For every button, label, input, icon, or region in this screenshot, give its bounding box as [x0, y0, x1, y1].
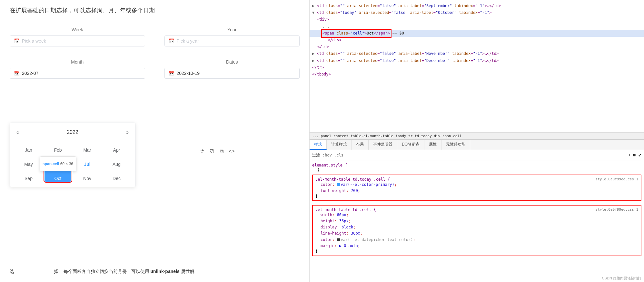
calendar-months: JanFebMarAprMayJunJulAugSepOctspan.cell …	[15, 142, 130, 182]
today-color-prop: color: var(--el-color-primary);	[315, 182, 638, 188]
month-cell-oct[interactable]: Octspan.cell 60 × 36	[45, 170, 71, 182]
month-cell-feb[interactable]: Feb	[45, 142, 71, 153]
element-style-rule: element.style {}	[312, 163, 641, 172]
dates-input[interactable]: 📅 2022-10-19	[164, 68, 300, 79]
week-label: Week	[10, 27, 145, 32]
month-input[interactable]: 📅 2022-07	[10, 68, 145, 79]
styles-panel: 过滤 :hov .cls + + ⊞ ⤢ element.style {} .e…	[310, 150, 644, 282]
share-icon[interactable]: ⛋	[210, 148, 215, 155]
oct-tooltip: span.cell 60 × 36	[40, 156, 76, 171]
devtools-tabs: 样式计算样式布局事件监听器DOM 断点属性无障碍功能	[310, 140, 644, 150]
month-label: Month	[10, 59, 145, 65]
calendar-icon-year: 📅	[169, 38, 174, 44]
page-title: 在扩展基础的日期选择，可以选择周、月、年或多个日期	[10, 6, 300, 14]
breadcrumb-text: ... panel_content table.el-month-table t…	[312, 134, 462, 138]
html-line[interactable]: </td>	[310, 44, 644, 50]
left-panel: 在扩展基础的日期选择，可以选择周、月、年或多个日期 Week 📅 Pick a …	[0, 0, 310, 282]
color-swatch-primary	[337, 183, 340, 186]
devtools-breadcrumb: ... panel_content table.el-month-table t…	[310, 133, 644, 140]
year-picker-col: Year 📅 Pick a year	[164, 27, 300, 46]
toggle-device-icon[interactable]: ⊞	[633, 153, 636, 157]
month-cell-jul[interactable]: Jul	[74, 156, 101, 167]
html-line[interactable]: ...	[310, 23, 644, 30]
html-line[interactable]: <div>	[310, 16, 644, 23]
month-cell-nov[interactable]: Nov	[74, 170, 101, 182]
dates-value: 2022-10-19	[177, 71, 200, 76]
devtools-tab-DOM 断点[interactable]: DOM 断点	[397, 140, 424, 150]
td-source: style.0e0f99ed.css:1	[596, 207, 638, 212]
right-panel: ▶ <td class="" aria-selected="false" ari…	[310, 0, 644, 282]
tooltip-label: span.cell	[43, 162, 59, 166]
today-cell-rule: .el-month-table td.today .cell { style.0…	[312, 175, 641, 201]
html-line[interactable]: ▶ <td class="" aria-selected="false" ari…	[310, 50, 644, 57]
month-cell-mar[interactable]: Mar	[74, 142, 101, 153]
filter-pseudo: :hov .cls +	[322, 153, 629, 157]
month-cell-jan[interactable]: Jan	[15, 142, 42, 153]
next-nav[interactable]: »	[124, 128, 130, 136]
html-line[interactable]: <span class="cell">Oct</span> == $0	[310, 30, 644, 37]
dates-label: Dates	[164, 59, 300, 65]
td-height-prop: height: 36px;	[315, 218, 638, 224]
devtools-tab-样式[interactable]: 样式	[310, 140, 327, 150]
html-line[interactable]: ▶ <td class="" aria-selected="false" ari…	[310, 57, 644, 64]
styles-rules: element.style {} .el-month-table td.toda…	[312, 163, 641, 257]
month-picker-col: Month 📅 2022-07	[10, 59, 145, 79]
today-fontweight-prop: font-weight: 700;	[315, 188, 638, 194]
td-display-prop: display: block;	[315, 224, 638, 230]
devtools-html[interactable]: ▶ <td class="" aria-selected="false" ari…	[310, 0, 644, 133]
year-input[interactable]: 📅 Pick a year	[164, 35, 300, 46]
calendar-popup: « 2022 » JanFebMarAprMayJunJulAugSepOcts…	[10, 123, 135, 187]
year-label: Year	[164, 27, 300, 32]
new-rule-icon[interactable]: +	[629, 153, 631, 157]
expand-icon[interactable]: ⤢	[638, 153, 641, 157]
dates-picker-col: Dates 📅 2022-10-19	[164, 59, 300, 79]
calendar-year: 2022	[67, 129, 78, 135]
calendar-icon-month: 📅	[14, 71, 19, 76]
td-lineheight-prop: line-height: 36px;	[315, 230, 638, 237]
td-width-prop: width: 60px;	[315, 212, 638, 218]
devtools-tab-属性[interactable]: 属性	[424, 140, 441, 150]
week-picker-col: Week 📅 Pick a week	[10, 27, 145, 46]
picker-grid: Week 📅 Pick a week Year 📅 Pick a year Mo…	[10, 27, 300, 79]
bottom-text: 选 —— 择 每个面板各自独立切换当前月份，可以使用 unlink-panels…	[10, 267, 300, 276]
html-line[interactable]: ▶ <td class="" aria-selected="false" ari…	[310, 3, 644, 9]
calendar-header: « 2022 »	[15, 128, 130, 136]
week-placeholder: Pick a week	[22, 38, 46, 44]
today-closing: }	[315, 194, 638, 198]
filter-label: 过滤	[312, 153, 320, 158]
html-line[interactable]: </div>	[310, 37, 644, 44]
html-line[interactable]: </tbody>	[310, 71, 644, 78]
devtools-tab-布局[interactable]: 布局	[352, 140, 369, 150]
today-selector: .el-month-table td.today .cell { style.0…	[315, 177, 638, 182]
week-input[interactable]: 📅 Pick a week	[10, 35, 145, 46]
td-margin-prop: margin: ▶ 0 auto;	[315, 243, 638, 249]
month-cell-aug[interactable]: Aug	[103, 156, 130, 167]
color-swatch-dark	[337, 238, 340, 241]
element-style-closing: }	[312, 167, 641, 172]
devtools-tab-事件监听器[interactable]: 事件监听器	[369, 140, 397, 150]
year-placeholder: Pick a year	[177, 38, 199, 44]
html-line[interactable]: ▼ <td class="today" aria-selected="false…	[310, 9, 644, 16]
element-style-selector: element.style {	[312, 163, 641, 167]
month-cell-apr[interactable]: Apr	[103, 142, 130, 153]
today-source: style.0e0f99ed.css:1	[596, 177, 638, 181]
prev-nav[interactable]: «	[15, 128, 21, 136]
devtools-tab-无障碍功能[interactable]: 无障碍功能	[441, 140, 470, 150]
td-color-prop: color: var(--el-datepicker-text-color);	[315, 237, 638, 243]
copy-icon[interactable]: ⧉	[220, 148, 223, 155]
td-cell-rule: .el-month-table td .cell { style.0e0f99e…	[312, 205, 641, 256]
month-cell-dec[interactable]: Dec	[103, 170, 130, 182]
td-selector: .el-month-table td .cell { style.0e0f99e…	[315, 207, 638, 212]
html-line[interactable]: </tr>	[310, 64, 644, 71]
calendar-icon-week: 📅	[14, 38, 19, 44]
csdn-watermark: CSDN @胞肉要轻轻拍打	[602, 276, 641, 281]
month-cell-may[interactable]: May	[15, 156, 42, 167]
filter-icons: + ⊞ ⤢	[629, 153, 641, 157]
month-cell-sep[interactable]: Sep	[15, 170, 42, 182]
filter-bar: 过滤 :hov .cls + + ⊞ ⤢	[312, 153, 641, 160]
month-value: 2022-07	[22, 71, 38, 76]
flask-icon[interactable]: ⚗	[200, 148, 204, 155]
devtools-tab-计算样式[interactable]: 计算样式	[327, 140, 352, 150]
code-icon[interactable]: <>	[229, 148, 235, 155]
calendar-icon-dates: 📅	[169, 71, 174, 76]
